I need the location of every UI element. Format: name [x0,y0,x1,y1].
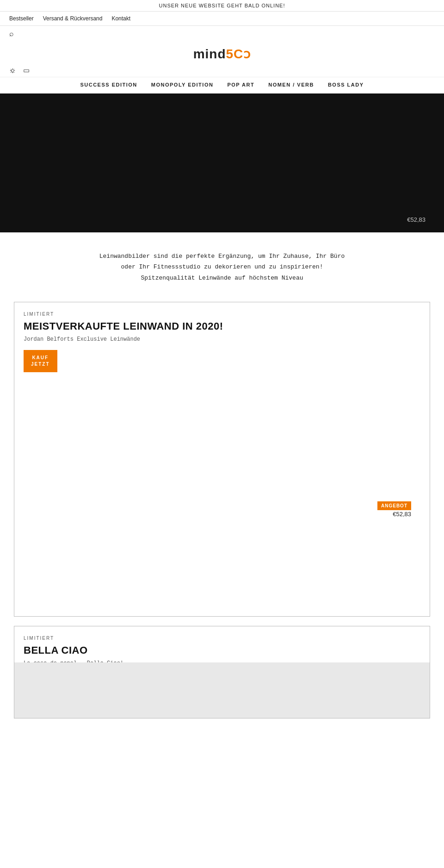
nav-versand[interactable]: Versand & Rückversand [43,15,103,22]
product-title-1: MEISTVERKAUFTE LEINWAND IN 2020! [24,320,420,332]
limitiert-label-1: LIMITIERT [24,312,420,317]
logo-area: mind5Cɔ [0,42,444,64]
nav-success-edition[interactable]: SUCCESS EDITION [80,82,137,87]
logo-orange: 5Cɔ [226,47,251,61]
intro-section: Leinwandbilder sind die perfekte Ergänzu… [0,232,444,302]
kauf-button-1[interactable]: KAUF JETZT [24,350,57,372]
product-image-2 [14,662,430,718]
search-icon: ⌕ [9,30,14,37]
nav-bestseller[interactable]: Bestseller [9,15,34,22]
announcement-bar: UNSER NEUE WEBSITE GEHT BALD ONLINE! [0,0,444,12]
product-price-1: €52,83 [393,511,411,518]
product-card-1: LIMITIERT MEISTVERKAUFTE LEINWAND IN 202… [14,302,430,617]
hero-price: €52,83 [407,216,426,223]
cart-icon: ▭ [23,66,30,74]
logo[interactable]: mind5Cɔ [0,46,444,62]
kauf-btn-line1: KAUF [32,355,49,360]
nav-boss-lady[interactable]: BOSS LADY [328,82,364,87]
search-button[interactable]: ⌕ [9,30,14,38]
announcement-text: UNSER NEUE WEBSITE GEHT BALD ONLINE! [159,3,285,8]
product-title-2: BELLA CIAO [24,644,420,656]
kauf-btn-line2: JETZT [31,362,50,367]
nav-kontakt[interactable]: Kontakt [111,15,130,22]
nav-pop-art[interactable]: POP ART [227,82,254,87]
intro-text: Leinwandbilder sind die perfekte Ergänzu… [37,251,407,283]
logo-text-prefix: mind [193,47,226,61]
nav-monopoly-edition[interactable]: MONOPOLY EDITION [151,82,214,87]
user-icon: ⛭ [9,67,16,75]
hero-section: €52,83 [0,94,444,232]
account-cart-row: ⛭ ▭ [0,64,444,77]
top-nav: Bestseller Versand & Rückversand Kontakt [0,12,444,26]
nav-nomen-verb[interactable]: NOMEN / VERB [268,82,314,87]
account-button[interactable]: ⛭ [9,67,16,75]
search-row: ⌕ [0,26,444,42]
angebot-badge-1: ANGEBOT [377,501,411,510]
main-nav: SUCCESS EDITION MONOPOLY EDITION POP ART… [0,77,444,94]
product-card-2: LIMITIERT BELLA CIAO La casa de papel - … [14,626,430,718]
cart-button[interactable]: ▭ [23,66,30,75]
product-subtitle-1: Jordan Belforts Exclusive Leinwände [24,336,420,343]
limitiert-label-2: LIMITIERT [24,636,420,641]
